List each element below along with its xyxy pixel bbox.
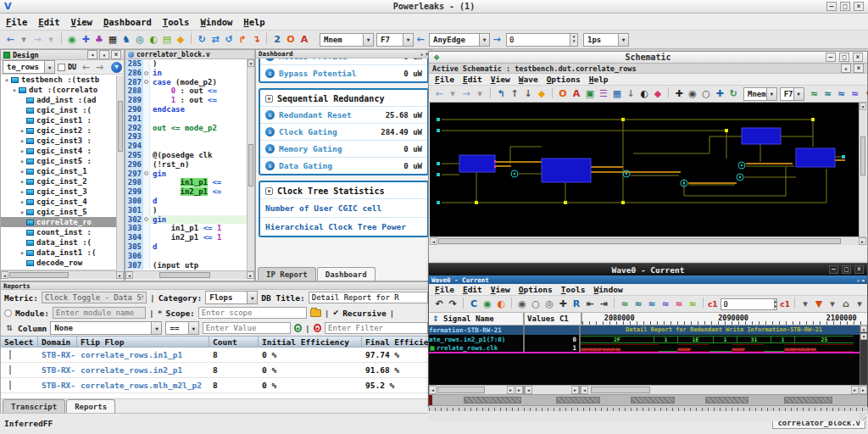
time-spinner[interactable]: ▲▼	[570, 33, 578, 47]
net-trace-icon[interactable]: ↰	[495, 87, 507, 100]
code-line[interactable]: 294	[125, 142, 254, 151]
add-wave-green-icon[interactable]: ≈	[809, 87, 821, 100]
next-edge-icon[interactable]: →	[491, 33, 503, 46]
chevron-down-icon[interactable]: ▼	[247, 292, 257, 303]
menu-help[interactable]: Help	[589, 75, 609, 84]
zoom-full-icon[interactable]: ✚	[557, 298, 569, 310]
design-hscrollbar[interactable]: ◀▶	[1, 270, 124, 279]
schematic-canvas[interactable]: ▲ ▼	[430, 103, 866, 236]
forward-icon[interactable]: →	[460, 87, 472, 100]
radar-icon[interactable]: ◐	[495, 298, 507, 310]
col-header[interactable]: Domain	[38, 337, 77, 347]
chevron-down-icon[interactable]: ▼	[618, 34, 628, 46]
pin-in-icon[interactable]: ↓	[625, 87, 637, 100]
undo-trace-icon[interactable]: ↺	[223, 33, 235, 46]
recursive-checkbox[interactable]: ✔	[333, 309, 340, 317]
breakpoint-cell[interactable]	[143, 242, 150, 252]
menu-file[interactable]: File	[435, 75, 454, 84]
module-input[interactable]	[53, 307, 146, 319]
breakpoint-cell[interactable]	[143, 78, 150, 87]
refresh-icon[interactable]: ↻	[727, 87, 739, 100]
code-line[interactable]: 304 in2_p1 <= 1	[125, 233, 254, 242]
maximize-button[interactable]: □	[842, 265, 851, 274]
close-button[interactable]: ×	[854, 2, 864, 11]
value-input[interactable]	[203, 322, 291, 334]
wave-overview-bar[interactable]	[429, 394, 867, 405]
add-wave-olive-icon[interactable]: ≈	[687, 298, 698, 310]
time-input[interactable]	[506, 33, 570, 47]
code-line[interactable]: 292out <= mode_p2	[125, 124, 254, 133]
wave-signal-row[interactable]: ate_rows.in2_p1(7:0)02F11E131125	[429, 335, 867, 344]
back-icon[interactable]: ←	[433, 87, 445, 100]
module-radio[interactable]	[4, 309, 12, 317]
filter-input[interactable]	[325, 322, 428, 334]
cursor-spinner[interactable]: ▲▼	[775, 298, 778, 310]
code-line[interactable]: 285)	[125, 59, 254, 69]
row-checkbox[interactable]	[9, 350, 11, 359]
breakpoint-cell[interactable]	[143, 224, 150, 233]
zoom-fit-icon[interactable]: ✚	[714, 87, 726, 100]
zoom-out-icon[interactable]: ○	[530, 298, 542, 310]
add-wave-purple-icon[interactable]: ≈	[659, 298, 671, 310]
lock-caret-icon[interactable]: ▾	[799, 298, 811, 310]
tree-item[interactable]: add_inst :(ad	[1, 95, 124, 105]
menu-edit[interactable]: Edit	[38, 17, 59, 27]
expander-icon[interactable]: ●	[19, 169, 25, 174]
tree-item[interactable]: count_inst :	[1, 227, 124, 237]
bookmark-icon[interactable]: R	[570, 298, 582, 310]
close-button[interactable]: ×	[861, 277, 865, 283]
column-combo[interactable]: None▼	[50, 321, 162, 335]
code-line[interactable]: 286in	[125, 69, 254, 78]
row-checkbox[interactable]	[9, 365, 11, 375]
minimize-button[interactable]: –	[829, 265, 838, 274]
add-wave-pink-icon[interactable]: ≈	[673, 298, 685, 310]
minimize-button[interactable]: –	[826, 53, 836, 62]
drop-icon[interactable]: ↴	[250, 33, 262, 46]
analog-icon[interactable]: A	[570, 87, 582, 100]
table-row[interactable]: STB-RX-correlate_rows.in1_p180 %97.74 %	[1, 348, 431, 363]
expander-icon[interactable]: ●	[19, 209, 25, 214]
db-icon[interactable]: ◆	[536, 87, 548, 100]
chevron-down-icon[interactable]: ▼	[479, 34, 489, 46]
metric-row[interactable]: ≡Redundant Reset25.68 uW	[260, 106, 427, 123]
expander-icon[interactable]: ●	[19, 138, 25, 143]
col-header[interactable]: Flip Flop	[77, 337, 209, 347]
select-cell[interactable]	[1, 350, 38, 359]
menu-view[interactable]: View	[491, 285, 510, 294]
chevron-down-icon[interactable]: ▼	[188, 322, 198, 334]
back-icon[interactable]: ←	[80, 61, 92, 74]
design-vscrollbar[interactable]	[116, 75, 124, 271]
breakpoint-cell[interactable]	[143, 215, 150, 225]
chevron-down-icon[interactable]: ▼	[44, 61, 54, 73]
menu-file[interactable]: File	[6, 17, 27, 27]
metric-row[interactable]: ≡Bypass Potential0 uW	[260, 64, 427, 81]
chevron-down-icon[interactable]: ▼	[363, 34, 373, 46]
zoom-in-icon[interactable]: ◉	[687, 87, 698, 100]
wave-body[interactable]: formation-STB-RW-21Detail Report for Red…	[429, 326, 867, 385]
tab-reports[interactable]: Reports	[66, 399, 115, 413]
forward-icon[interactable]: →	[93, 61, 105, 74]
swap-icon[interactable]: ⇄	[209, 33, 221, 46]
reload-icon[interactable]: ↻	[196, 33, 208, 46]
prev-edge-icon[interactable]: ⇤	[584, 298, 596, 310]
tree-item[interactable]: decode_row	[1, 258, 124, 268]
forward-icon[interactable]: →	[31, 33, 43, 46]
metric-row[interactable]: ≡Data Gating0 uW	[260, 157, 427, 174]
hierarchy-icon[interactable]: ✚	[80, 33, 92, 46]
close-button[interactable]: ×	[111, 50, 121, 59]
tree-item[interactable]: ●cgic_inst_2	[1, 176, 124, 186]
zoom-in-icon[interactable]: ◉	[516, 298, 528, 310]
tree-item[interactable]: ●cgic_inst5 :	[1, 156, 124, 166]
menu-window[interactable]: Window	[200, 17, 232, 27]
tab-ip-report[interactable]: IP Report	[258, 267, 316, 281]
tree-item[interactable]: ●data_inst1 :(	[1, 248, 124, 258]
tree-item[interactable]: cgic_inst1 :	[1, 115, 124, 125]
next-edge-icon[interactable]: ⇥	[598, 298, 609, 310]
menu-file[interactable]: File	[435, 285, 454, 294]
expander-icon[interactable]: ●	[19, 189, 25, 194]
jump-icon[interactable]: ↱	[236, 33, 248, 46]
db-icon[interactable]: ◆	[175, 33, 186, 46]
breakpoint-cell[interactable]	[143, 132, 150, 142]
breakpoint-cell[interactable]	[143, 96, 150, 105]
forward-caret-icon[interactable]: ▾	[45, 33, 57, 46]
